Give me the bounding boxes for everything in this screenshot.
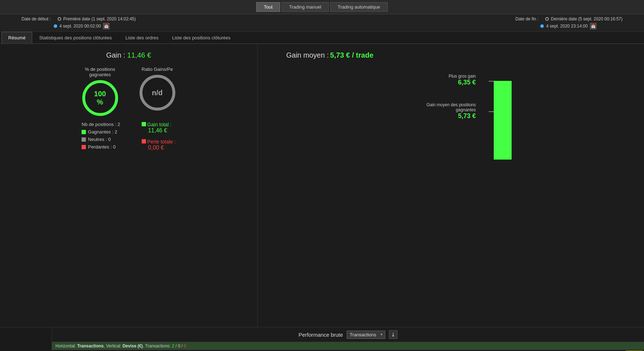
positions-stats: Nb de positions : 2 Gagnantes : 2 Neutre…	[82, 122, 120, 151]
start-option2-text: 4 sept. 2020 00:02:00	[59, 24, 101, 29]
gain-moyen-value: 5,73 € / trade	[330, 51, 374, 59]
neutres-stat: Neutres : 0	[82, 137, 120, 142]
start-label-text: Date de début :	[21, 16, 51, 21]
end-date-option2: 4 sept. 2020 23:14:00 📅	[540, 23, 623, 29]
top-tabs-bar: Tout Trading manuel Trading automatique	[0, 0, 644, 14]
perdantes-sq	[82, 145, 86, 149]
left-stats-col: Moyd'ordresexécutés : ▼ ▲ 5,22 par jour	[0, 327, 52, 351]
start-date-group: Date de début : Première date (1 sept. 2…	[21, 16, 136, 29]
circle-ratio-ring: n/d	[140, 75, 175, 111]
start-option1-text: Première date (1 sept. 2020 14:02:45)	[63, 16, 136, 21]
circle-ratio-label: Ratio Gains/Pe	[142, 67, 173, 72]
gagnantes-stat: Gagnantes : 2	[82, 129, 120, 135]
start-radio1[interactable]	[58, 17, 61, 21]
gain-moyen-title: Gain moyen :	[286, 51, 329, 59]
neutres-sq	[82, 137, 86, 142]
gain-total-value: 11,46 €	[148, 127, 167, 133]
end-radio1[interactable]	[545, 17, 549, 21]
circle-gagnantes-ring: 100%	[82, 80, 118, 116]
perte-total-value: 0,00 €	[148, 145, 164, 151]
start-date-option2: 4 sept. 2020 00:02:00 📅	[54, 23, 136, 29]
end-date-group: Date de fin : Dernière date (5 sept. 202…	[515, 16, 623, 29]
start-radio2[interactable]	[54, 24, 57, 28]
end-option2-text: 4 sept. 2020 23:14:00	[546, 24, 587, 29]
tab-liste-ordres[interactable]: Liste des ordres	[118, 32, 165, 43]
main-content: Gain : 11,46 € % de positions gagnantes …	[0, 44, 644, 327]
perdantes-stat: Perdantes : 0	[82, 144, 120, 150]
end-date-label: Date de fin : Dernière date (5 sept. 202…	[515, 16, 623, 21]
gain-label: Gain :	[106, 51, 125, 59]
chart-select[interactable]: Transactions Jours	[347, 331, 385, 339]
gain-block: Gain total : 11,46 € Perte totale : 0,00…	[142, 122, 176, 151]
perte-total-sq	[142, 139, 146, 143]
gagnantes-text: Gagnantes : 2	[88, 129, 117, 135]
circle-gagnantes: % de positions gagnantes 100%	[82, 67, 118, 116]
neutres-text: Neutres : 0	[88, 137, 111, 142]
end-calendar-icon[interactable]: 📅	[590, 23, 596, 29]
end-label-text: Date de fin :	[515, 16, 538, 21]
gain-moyen-pos-label: Gain moyen des positionsgagnantes	[426, 102, 476, 112]
gagnantes-sq	[82, 130, 86, 134]
gain-title: Gain : 11,46 €	[11, 51, 247, 59]
chart-info-horizontal: Transactions	[77, 343, 104, 348]
tab-liste-positions[interactable]: Liste des positions clôturées	[165, 32, 237, 43]
circle-ratio: Ratio Gains/Pe n/d	[140, 67, 175, 116]
perdantes-text: Perdantes : 0	[88, 144, 116, 150]
chart-transactions-wins: 2	[172, 343, 175, 348]
plus-gros-gain-label: Plus gros gain	[449, 74, 476, 79]
export-icon[interactable]: ⤓	[389, 330, 397, 339]
nb-positions: Nb de positions : 2	[82, 122, 120, 127]
tab-statistiques[interactable]: Statistiques des positions clôturées	[32, 32, 118, 43]
perte-total-label: Perte totale :	[147, 139, 176, 145]
circle-gagnantes-value: 100%	[94, 90, 106, 106]
main-tabs: Résumé Statistiques des positions clôtur…	[0, 32, 644, 44]
circle-ratio-value: n/d	[152, 89, 163, 97]
chart-transactions-losses: 0	[184, 343, 186, 348]
end-option1-text: Dernière date (5 sept. 2020 00:16:57)	[551, 16, 623, 21]
chart-transactions-neutral: 0	[178, 343, 180, 348]
gain-total-sq	[142, 122, 146, 126]
chart-body: Horizontal: Transactions, Vertical: Devi…	[52, 342, 644, 351]
chart-title: Performance brute	[298, 332, 343, 338]
gain-amount: 11,46 €	[127, 51, 151, 59]
bar-mid-tick	[489, 111, 494, 112]
circle-gagnantes-label: % de positions gagnantes	[82, 67, 118, 77]
tab-trading-manuel[interactable]: Trading manuel	[282, 2, 329, 12]
start-date-label: Date de début : Première date (1 sept. 2…	[21, 16, 136, 21]
chart-info-vertical: Devise (€)	[122, 343, 143, 348]
stats-row: Nb de positions : 2 Gagnantes : 2 Neutre…	[11, 122, 247, 151]
chart-select-wrapper[interactable]: Transactions Jours	[347, 331, 385, 339]
right-panel: Gain moyen : 5,73 € / trade Plus gros ga…	[258, 44, 644, 327]
tab-tout[interactable]: Tout	[256, 2, 280, 12]
tab-resume[interactable]: Résumé	[1, 32, 32, 43]
plus-gros-gain-value: 6,35 €	[449, 79, 476, 86]
perte-total-entry: Perte totale : 0,00 €	[142, 139, 176, 151]
start-calendar-icon[interactable]: 📅	[103, 23, 109, 29]
bottom-section: Moyd'ordresexécutés : ▼ ▲ 5,22 par jour …	[0, 327, 644, 351]
chart-info-bar: Horizontal: Transactions, Vertical: Devi…	[52, 342, 644, 350]
left-panel: Gain : 11,46 € % de positions gagnantes …	[0, 44, 258, 327]
bar-chart-bar	[494, 81, 512, 160]
gain-total-entry: Gain total : 11,46 €	[142, 122, 176, 134]
nb-positions-text: Nb de positions : 2	[82, 122, 120, 127]
chart-area: Performance brute Transactions Jours ⤓ H…	[52, 327, 644, 351]
gain-moyen-pos-value: 5,73 €	[426, 112, 476, 120]
date-row: Date de début : Première date (1 sept. 2…	[0, 14, 644, 32]
bar-top-tick	[489, 81, 494, 82]
gain-total-label: Gain total :	[147, 122, 172, 127]
chart-header: Performance brute Transactions Jours ⤓	[52, 327, 644, 342]
tab-trading-automatique[interactable]: Trading automatique	[330, 2, 388, 12]
end-radio2[interactable]	[540, 24, 544, 28]
